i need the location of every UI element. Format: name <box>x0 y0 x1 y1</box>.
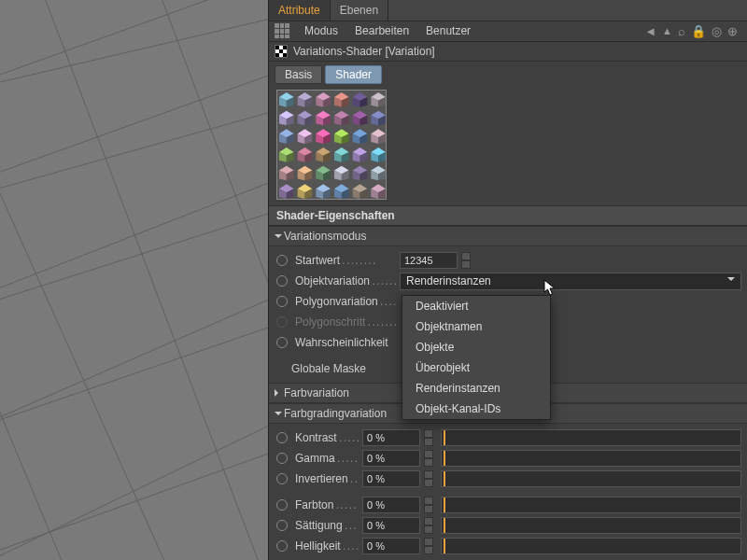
dropdown-option[interactable]: Deaktiviert <box>402 296 550 316</box>
dropdown-option[interactable]: Objekt-Kanal-IDs <box>402 399 550 419</box>
svg-line-8 <box>0 299 268 429</box>
field-helligkeit[interactable]: 0 % <box>362 538 420 554</box>
subtabs: Basis Shader <box>269 62 747 90</box>
label-startwert: Startwert <box>295 254 396 267</box>
svg-line-10 <box>42 0 261 560</box>
menubar: Modus Bearbeiten Benutzer ◄ ▲ ⌕ 🔒 ◎ ⊕ <box>269 21 747 43</box>
radio-objektvariation[interactable] <box>276 275 288 287</box>
svg-line-7 <box>0 182 268 299</box>
spinner-helligkeit[interactable] <box>424 538 433 554</box>
viewport-3d[interactable] <box>0 0 268 560</box>
section-shader-props: Shader-Eigenschaften <box>269 205 747 226</box>
shader-checker-icon <box>275 45 288 58</box>
svg-line-11 <box>159 0 268 289</box>
spinner-gamma[interactable] <box>424 450 433 467</box>
spinner-saettigung[interactable] <box>424 517 433 534</box>
mode-grid-icon[interactable] <box>275 23 289 38</box>
svg-line-13 <box>0 345 65 560</box>
group-variationsmodus[interactable]: Variationsmodus <box>269 226 747 246</box>
spinner-startwert[interactable] <box>461 252 471 269</box>
svg-line-12 <box>0 131 168 560</box>
slider-saettigung[interactable] <box>441 517 741 534</box>
radio-wahrscheinlichkeit[interactable] <box>276 337 288 348</box>
attribute-panel: Attribute Ebenen Modus Bearbeiten Benutz… <box>268 0 747 560</box>
menu-modus[interactable]: Modus <box>297 24 345 37</box>
label-farbton: Farbton <box>295 498 359 511</box>
field-farbton[interactable]: 0 % <box>362 497 420 513</box>
object-header: Variations-Shader [Variation] <box>269 42 747 62</box>
field-invertieren[interactable]: 0 % <box>362 470 420 487</box>
svg-line-1 <box>0 112 268 196</box>
spinner-kontrast[interactable] <box>424 429 433 446</box>
label-invertieren: Invertieren <box>295 472 359 485</box>
new-window-icon[interactable]: ⊕ <box>727 24 738 38</box>
slider-kontrast[interactable] <box>441 429 741 446</box>
spinner-invertieren[interactable] <box>424 470 433 487</box>
field-startwert[interactable]: 12345 <box>400 252 458 269</box>
menu-benutzer[interactable]: Benutzer <box>418 24 478 37</box>
field-gamma[interactable]: 0 % <box>362 450 420 467</box>
dropdown-option[interactable]: Überobjekt <box>402 357 550 378</box>
dropdown-option[interactable]: Objektnamen <box>402 316 550 337</box>
svg-line-2 <box>0 213 268 308</box>
spinner-farbton[interactable] <box>424 497 433 513</box>
radio-polygonvariation[interactable] <box>276 296 288 307</box>
slider-helligkeit[interactable] <box>441 538 741 554</box>
dropdown-objektvariation[interactable]: Renderinstanzen <box>400 273 741 290</box>
radio-saettigung[interactable] <box>276 520 288 531</box>
field-saettigung[interactable]: 0 % <box>362 517 420 534</box>
subtab-shader[interactable]: Shader <box>325 65 382 84</box>
tab-ebenen[interactable]: Ebenen <box>331 0 388 21</box>
object-title: Variations-Shader [Variation] <box>293 45 435 58</box>
field-kontrast[interactable]: 0 % <box>362 429 420 446</box>
dropdown-option[interactable]: Objekte <box>402 337 550 357</box>
label-wahrscheinlichkeit: Wahrscheinlichkeit <box>295 336 396 349</box>
svg-line-5 <box>0 0 233 75</box>
nav-back-icon[interactable]: ◄ <box>644 24 656 38</box>
target-icon[interactable]: ◎ <box>712 24 722 38</box>
label-objektvariation: Objektvariation <box>295 274 396 287</box>
lock-icon[interactable]: 🔒 <box>691 24 706 38</box>
panel-tabs: Attribute Ebenen <box>269 0 747 21</box>
radio-kontrast[interactable] <box>276 432 288 443</box>
slider-farbton[interactable] <box>441 497 741 513</box>
tab-attribute[interactable]: Attribute <box>269 0 331 21</box>
shader-preview[interactable] <box>276 90 387 200</box>
nav-up-icon[interactable]: ▲ <box>662 25 672 36</box>
label-polygonschritt: Polygonschritt <box>295 315 396 329</box>
radio-polygonschritt[interactable] <box>276 316 288 328</box>
svg-line-0 <box>0 19 268 89</box>
label-helligkeit: Helligkeit <box>295 539 359 553</box>
slider-invertieren[interactable] <box>441 470 741 487</box>
radio-gamma[interactable] <box>276 453 288 464</box>
svg-line-6 <box>0 75 268 182</box>
radio-farbton[interactable] <box>276 499 288 511</box>
radio-startwert[interactable] <box>276 255 288 266</box>
label-kontrast: Kontrast <box>295 431 359 444</box>
dropdown-menu-objektvariation[interactable]: DeaktiviertObjektnamenObjekteÜberobjektR… <box>402 295 551 420</box>
slider-gamma[interactable] <box>441 450 741 467</box>
search-icon[interactable]: ⌕ <box>678 24 685 38</box>
radio-helligkeit[interactable] <box>276 540 288 552</box>
label-polygonvariation: Polygonvariation <box>295 295 396 308</box>
subtab-basis[interactable]: Basis <box>275 65 322 84</box>
label-globale-maske: Globale Maske <box>273 362 372 375</box>
dropdown-option[interactable]: Renderinstanzen <box>402 378 550 399</box>
label-gamma: Gamma <box>295 452 359 465</box>
label-saettigung: Sättigung <box>295 519 359 532</box>
radio-invertieren[interactable] <box>276 473 288 484</box>
svg-line-4 <box>0 453 268 560</box>
svg-line-3 <box>0 327 268 429</box>
menu-bearbeiten[interactable]: Bearbeiten <box>347 24 416 37</box>
